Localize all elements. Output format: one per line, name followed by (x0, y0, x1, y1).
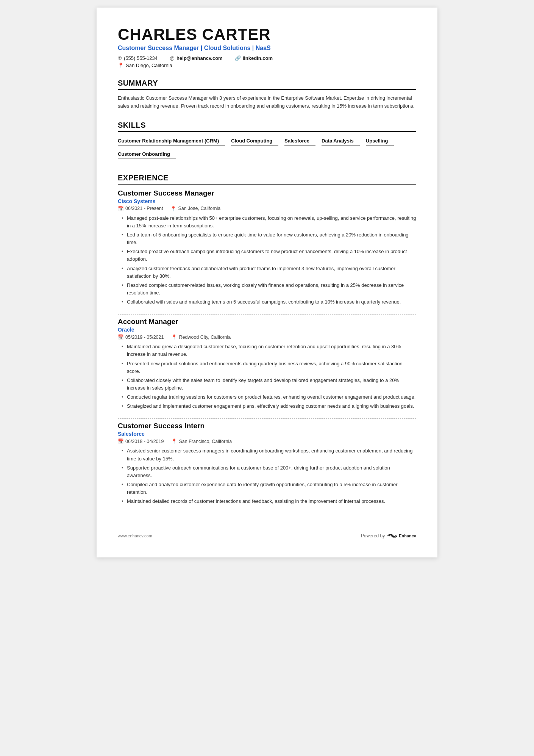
contact-row: ✆ (555) 555-1234 @ help@enhancv.com 🔗 li… (118, 55, 416, 61)
job-bullets-2: Assisted senior customer success manager… (118, 447, 416, 505)
bullet-1-0: Maintained and grew a designated custome… (122, 343, 416, 358)
skills-grid: Customer Relationship Management (CRM) C… (118, 136, 416, 163)
linkedin-icon: 🔗 (235, 55, 241, 61)
location-text: San Diego, California (126, 63, 172, 68)
job-meta-1: 📅 05/2019 - 05/2021 📍 Redwood City, Cali… (118, 334, 416, 340)
job-location-1: 📍 Redwood City, California (171, 334, 231, 340)
phone-contact: ✆ (555) 555-1234 (118, 55, 158, 61)
skill-data-analysis: Data Analysis (322, 136, 360, 146)
job-title-0: Customer Success Manager (118, 189, 416, 197)
skills-heading: SKILLS (118, 121, 416, 132)
summary-section: SUMMARY Enthusiastic Customer Success Ma… (118, 79, 416, 110)
skill-crm: Customer Relationship Management (CRM) (118, 136, 225, 146)
bullet-0-0: Managed post-sale relationships with 50+… (122, 214, 416, 230)
experience-section: EXPERIENCE Customer Success Manager Cisc… (118, 174, 416, 514)
bullet-2-0: Assisted senior customer success manager… (122, 447, 416, 462)
calendar-icon-1: 📅 (118, 334, 124, 340)
experience-heading: EXPERIENCE (118, 174, 416, 185)
skill-onboarding: Customer Onboarding (118, 150, 176, 159)
resume-page: CHARLES CARTER Customer Success Manager … (97, 8, 437, 557)
calendar-icon-2: 📅 (118, 438, 124, 444)
footer-brand: Powered by Enhancv (361, 532, 416, 539)
bullet-1-4: Strategized and implemented customer eng… (122, 402, 416, 410)
skills-section: SKILLS Customer Relationship Management … (118, 121, 416, 163)
email-contact: @ help@enhancv.com (170, 55, 223, 61)
location-icon: 📍 (118, 63, 124, 68)
header: CHARLES CARTER Customer Success Manager … (118, 26, 416, 68)
job-bullets-0: Managed post-sale relationships with 50+… (118, 214, 416, 306)
enhancv-logo: Enhancv (387, 532, 416, 539)
bullet-1-1: Presented new product solutions and enha… (122, 360, 416, 375)
job-meta-2: 📅 06/2018 - 04/2019 📍 San Francisco, Cal… (118, 438, 416, 444)
job-dates-1: 📅 05/2019 - 05/2021 (118, 334, 164, 340)
linkedin-contact: 🔗 linkedin.com (235, 55, 273, 61)
summary-text: Enthusiastic Customer Success Manager wi… (118, 94, 416, 110)
skill-upselling: Upselling (366, 136, 394, 146)
bullet-2-1: Supported proactive outreach communicati… (122, 464, 416, 479)
job-location-0: 📍 San Jose, California (170, 206, 220, 211)
skill-salesforce: Salesforce (284, 136, 315, 146)
bullet-0-5: Collaborated with sales and marketing te… (122, 298, 416, 306)
job-location-2: 📍 San Francisco, California (171, 438, 232, 444)
brand-name: Enhancv (399, 534, 416, 538)
job-title-1: Account Manager (118, 318, 416, 326)
location-row: 📍 San Diego, California (118, 63, 416, 68)
bullet-2-2: Compiled and analyzed customer experienc… (122, 481, 416, 496)
location-icon-1: 📍 (171, 334, 177, 340)
company-name-2: Salesforce (118, 431, 416, 437)
bullet-2-3: Maintained detailed records of customer … (122, 498, 416, 505)
summary-heading: SUMMARY (118, 79, 416, 90)
company-name-1: Oracle (118, 327, 416, 333)
job-title-2: Customer Success Intern (118, 422, 416, 430)
phone-icon: ✆ (118, 55, 122, 61)
bullet-0-2: Executed proactive outreach campaigns in… (122, 248, 416, 263)
job-dates-0: 📅 06/2021 - Present (118, 206, 163, 211)
job-dates-2: 📅 06/2018 - 04/2019 (118, 438, 164, 444)
job-entry-2: Customer Success Intern Salesforce 📅 06/… (118, 422, 416, 513)
bullet-0-4: Resolved complex customer-related issues… (122, 282, 416, 297)
powered-by-text: Powered by (361, 533, 385, 538)
location-icon-0: 📍 (170, 206, 176, 211)
job-bullets-1: Maintained and grew a designated custome… (118, 343, 416, 410)
skill-cloud: Cloud Computing (231, 136, 278, 146)
bullet-0-1: Led a team of 5 onboarding specialists t… (122, 231, 416, 246)
location-icon-2: 📍 (171, 438, 177, 444)
footer-website: www.enhancv.com (118, 534, 152, 538)
bullet-1-2: Collaborated closely with the sales team… (122, 377, 416, 392)
bullet-0-3: Analyzed customer feedback and collabora… (122, 265, 416, 280)
footer: www.enhancv.com Powered by Enhancv (118, 529, 416, 539)
location-contact: 📍 San Diego, California (118, 63, 172, 68)
enhancv-icon (387, 532, 398, 539)
phone-number: (555) 555-1234 (124, 55, 158, 61)
email-address: help@enhancv.com (176, 55, 223, 61)
bullet-1-3: Conducted regular training sessions for … (122, 393, 416, 401)
candidate-name: CHARLES CARTER (118, 26, 416, 43)
job-entry-1: Account Manager Oracle 📅 05/2019 - 05/20… (118, 318, 416, 419)
job-meta-0: 📅 06/2021 - Present 📍 San Jose, Californ… (118, 206, 416, 211)
candidate-title: Customer Success Manager | Cloud Solutio… (118, 45, 416, 52)
company-name-0: Cisco Systems (118, 198, 416, 204)
linkedin-url: linkedin.com (243, 55, 273, 61)
calendar-icon-0: 📅 (118, 206, 124, 211)
email-icon: @ (170, 55, 175, 61)
job-entry-0: Customer Success Manager Cisco Systems 📅… (118, 189, 416, 315)
